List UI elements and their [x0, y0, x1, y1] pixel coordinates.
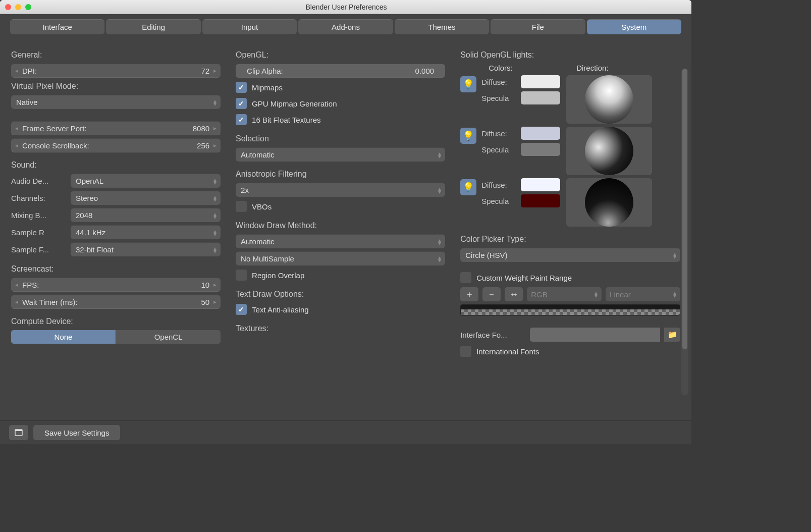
chevron-left-icon[interactable]: ◂ — [13, 298, 20, 305]
compute-opencl-button[interactable]: OpenCL — [116, 330, 221, 344]
add-stop-button[interactable]: ＋ — [460, 287, 478, 301]
minimize-window-button[interactable] — [15, 4, 21, 10]
tab-addons[interactable]: Add-ons — [298, 19, 393, 34]
text-aa-checkbox[interactable] — [236, 304, 247, 315]
channels-dropdown[interactable]: Stereo▴▾ — [71, 191, 221, 205]
sample-format-dropdown[interactable]: 32-bit Float▴▾ — [71, 242, 221, 256]
direction-header: Direction: — [576, 64, 608, 72]
tab-themes[interactable]: Themes — [395, 19, 489, 34]
light1-diffuse-swatch[interactable] — [521, 75, 560, 88]
tab-editing[interactable]: Editing — [106, 19, 200, 34]
light3-toggle[interactable]: 💡 — [460, 179, 476, 195]
chevron-left-icon[interactable]: ◂ — [13, 125, 20, 132]
tab-system[interactable]: System — [587, 19, 681, 34]
light3-diffuse-label: Diffuse: — [481, 178, 521, 191]
compute-none-button[interactable]: None — [11, 330, 116, 344]
region-overlap-checkbox[interactable] — [236, 270, 247, 281]
window-draw-method-dropdown[interactable]: Automatic▴▾ — [236, 234, 445, 248]
scrollbar[interactable] — [681, 69, 688, 395]
zoom-window-button[interactable] — [25, 4, 31, 10]
compute-device-toggle: None OpenCL — [11, 330, 221, 344]
light2-diffuse-swatch[interactable] — [521, 127, 560, 140]
browse-font-button[interactable]: 📁 — [664, 328, 680, 342]
close-window-button[interactable] — [5, 4, 11, 10]
light3-diffuse-swatch[interactable] — [521, 178, 560, 191]
light1-diffuse-label: Diffuse: — [481, 75, 521, 88]
updown-icon: ▴▾ — [438, 152, 441, 158]
tab-input[interactable]: Input — [202, 19, 297, 34]
titlebar: Blender User Preferences — [0, 0, 691, 14]
dpi-field[interactable]: ◂ DPI: 72 ▸ — [11, 64, 221, 78]
updown-icon: ▴▾ — [213, 99, 217, 105]
chevron-right-icon[interactable]: ▸ — [211, 298, 219, 305]
channels-label: Channels: — [11, 194, 67, 202]
back-to-previous-button[interactable] — [9, 425, 28, 440]
chevron-right-icon[interactable]: ▸ — [211, 67, 219, 74]
updown-icon: ▴▾ — [213, 178, 217, 184]
chevron-right-icon[interactable]: ▸ — [211, 125, 219, 132]
chevron-right-icon[interactable]: ▸ — [211, 281, 219, 288]
float16-label: 16 Bit Float Textures — [252, 116, 320, 124]
gpu-mipmap-checkbox[interactable] — [236, 98, 247, 109]
preferences-tabs: Interface Editing Input Add-ons Themes F… — [0, 14, 691, 38]
tab-interface[interactable]: Interface — [10, 19, 104, 34]
mixing-buffer-dropdown[interactable]: 2048▴▾ — [71, 208, 221, 222]
sample-rate-dropdown[interactable]: 44.1 kHz▴▾ — [71, 225, 221, 239]
interpolation-dropdown[interactable]: Linear▴▾ — [606, 287, 680, 301]
selection-dropdown[interactable]: Automatic▴▾ — [236, 147, 445, 162]
bulb-icon: 💡 — [463, 182, 474, 193]
light2-specular-label: Specula — [481, 143, 521, 156]
sound-label: Sound: — [11, 161, 221, 170]
updown-icon: ▴▾ — [213, 230, 217, 236]
mipmaps-checkbox[interactable] — [236, 82, 247, 93]
tab-file[interactable]: File — [491, 19, 585, 34]
clip-alpha-field[interactable]: ◂ Clip Alpha: 0.000 ▸ — [236, 64, 445, 78]
virtual-pixel-mode-dropdown[interactable]: Native ▴▾ — [11, 95, 221, 109]
remove-stop-button[interactable]: － — [482, 287, 501, 301]
light1-direction[interactable] — [566, 75, 652, 124]
flip-button[interactable]: ↔ — [505, 287, 523, 301]
interface-font-path[interactable] — [530, 328, 660, 342]
international-fonts-label: International Fonts — [476, 347, 539, 356]
audio-device-label: Audio De... — [11, 177, 67, 185]
light1-toggle[interactable]: 💡 — [460, 76, 476, 92]
audio-device-dropdown[interactable]: OpenAL▴▾ — [71, 174, 221, 188]
chevron-right-icon[interactable]: ▸ — [211, 142, 219, 149]
float16-checkbox[interactable] — [236, 114, 247, 125]
chevron-left-icon[interactable]: ◂ — [13, 281, 20, 288]
updown-icon: ▴▾ — [213, 247, 217, 253]
weight-gradient[interactable] — [460, 304, 680, 315]
light1-specular-label: Specula — [481, 91, 521, 104]
colors-header: Colors: — [489, 64, 528, 72]
color-mode-dropdown[interactable]: RGB▴▾ — [527, 287, 602, 301]
international-fonts-checkbox[interactable] — [460, 346, 471, 357]
screencast-wait-field[interactable]: ◂ Wait Timer (ms): 50 ▸ — [11, 295, 221, 309]
console-scrollback-field[interactable]: ◂ Console Scrollback: 256 ▸ — [11, 138, 221, 152]
bulb-icon: 💡 — [463, 130, 474, 141]
light3-specular-swatch[interactable] — [521, 194, 560, 207]
text-aa-label: Text Anti-aliasing — [252, 305, 309, 314]
screencast-fps-field[interactable]: ◂ FPS: 10 ▸ — [11, 278, 221, 292]
light2-specular-swatch[interactable] — [521, 143, 560, 156]
multisample-dropdown[interactable]: No MultiSample▴▾ — [236, 251, 445, 265]
textures-label: Textures: — [236, 324, 445, 333]
compute-device-label: Compute Device: — [11, 317, 221, 326]
updown-icon: ▴▾ — [438, 239, 441, 245]
custom-weight-paint-checkbox[interactable] — [460, 272, 471, 283]
sample-rate-label: Sample R — [11, 228, 67, 237]
light3-direction[interactable] — [566, 178, 652, 227]
chevron-left-icon[interactable]: ◂ — [13, 67, 20, 74]
scrollbar-thumb[interactable] — [682, 69, 687, 349]
frame-server-port-field[interactable]: ◂ Frame Server Port: 8080 ▸ — [11, 121, 221, 135]
light2-direction[interactable] — [566, 127, 652, 175]
vbos-checkbox[interactable] — [236, 201, 247, 212]
selection-label: Selection — [236, 134, 445, 143]
light2-toggle[interactable]: 💡 — [460, 128, 476, 144]
light1-specular-swatch[interactable] — [521, 91, 560, 104]
light3-specular-label: Specula — [481, 194, 521, 207]
aniso-dropdown[interactable]: 2x▴▾ — [236, 183, 445, 197]
chevron-left-icon[interactable]: ◂ — [13, 142, 20, 149]
color-picker-type-dropdown[interactable]: Circle (HSV)▴▾ — [460, 248, 680, 262]
save-user-settings-button[interactable]: Save User Settings — [33, 425, 120, 440]
light2-diffuse-label: Diffuse: — [481, 127, 521, 140]
